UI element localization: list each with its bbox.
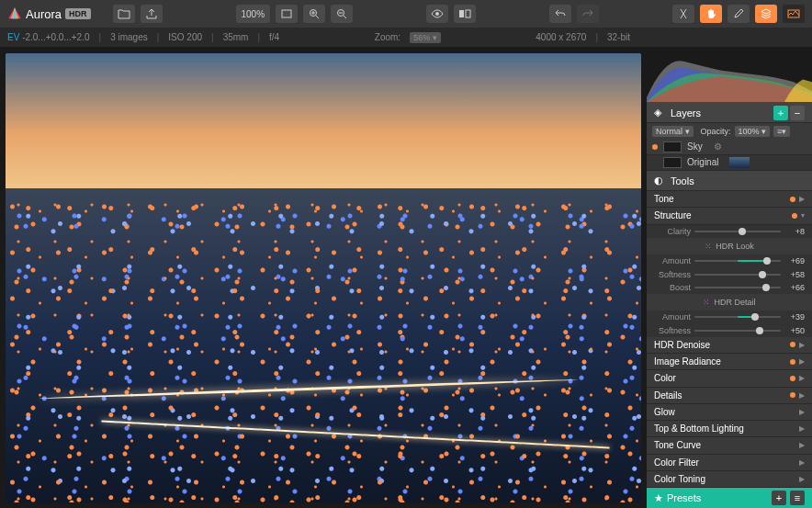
image-count: 3 images [110, 32, 148, 42]
svg-rect-8 [466, 10, 470, 17]
canvas-area[interactable] [0, 48, 647, 508]
layer-item-sky[interactable]: Sky ⚙ [647, 139, 812, 154]
layer-mask-thumb [663, 141, 682, 152]
zoom-label: Zoom: [375, 32, 400, 42]
tools-icon: ◐ [654, 175, 667, 186]
clarity-slider-row: Clarity +8 [647, 225, 812, 238]
color-section[interactable]: Color▶ [647, 370, 812, 387]
details-section[interactable]: Details▶ [647, 388, 812, 404]
focal-length: 35mm [223, 32, 249, 42]
open-file-button[interactable] [113, 5, 135, 23]
preview-button[interactable] [426, 5, 448, 23]
tone-section[interactable]: Tone▶ [647, 191, 812, 208]
hdr-look-boost-slider[interactable] [694, 287, 781, 288]
hdr-look-subheader: ⁙HDR Look [647, 238, 812, 254]
ev-value: -2.0...+0.0...+2.0 [22, 32, 89, 42]
add-preset-button[interactable]: + [772, 491, 786, 505]
svg-rect-7 [459, 10, 464, 17]
layer-item-original[interactable]: Original [647, 155, 812, 171]
crop-button[interactable] [672, 5, 694, 23]
layer-name: Original [687, 157, 718, 167]
hdr-detail-softness-slider[interactable] [694, 330, 781, 332]
redo-button[interactable] [577, 5, 599, 23]
app-logo: Aurora HDR [7, 6, 91, 21]
export-button[interactable] [141, 5, 163, 23]
layer-options-row: Normal ▾ Opacity: 100% ▾ ≡▾ [647, 123, 812, 139]
side-panel: ◈ Layers + − Normal ▾ Opacity: 100% ▾ ≡▾… [647, 48, 812, 508]
info-bar: EV -2.0...+0.0...+2.0 | 3 images | ISO 2… [0, 28, 812, 48]
tone-curve-section[interactable]: Tone Curve▶ [647, 437, 812, 454]
remove-layer-button[interactable]: − [790, 106, 805, 120]
opacity-select[interactable]: 100% ▾ [735, 126, 771, 137]
iso-value: ISO 200 [168, 32, 202, 42]
layer-settings-icon[interactable]: ⚙ [714, 141, 722, 152]
svg-point-6 [435, 12, 439, 16]
color-filter-section[interactable]: Color Filter▶ [647, 455, 812, 471]
opacity-label: Opacity: [701, 127, 731, 136]
hand-tool-button[interactable] [700, 5, 722, 23]
histogram-toggle-button[interactable] [783, 5, 805, 23]
layers-header: ◈ Layers + − [647, 103, 812, 123]
presets-bar[interactable]: ★ Presets + ≡ [647, 488, 812, 508]
top-toolbar: Aurora HDR 100% [0, 0, 812, 28]
zoom-100-button[interactable]: 100% [236, 5, 271, 23]
hdr-denoise-section[interactable]: HDR Denoise▶ [647, 337, 812, 354]
clarity-slider[interactable] [694, 231, 781, 232]
histogram[interactable] [647, 48, 812, 103]
app-name: Aurora [26, 7, 62, 21]
hdr-badge: HDR [65, 8, 91, 19]
layer-mask-thumb [663, 157, 682, 168]
aurora-logo-icon [7, 6, 22, 21]
image-radiance-section[interactable]: Image Radiance▶ [647, 354, 812, 370]
preset-menu-button[interactable]: ≡ [790, 491, 805, 505]
blend-mode-select[interactable]: Normal ▾ [652, 126, 694, 137]
add-layer-button[interactable]: + [773, 106, 788, 120]
bit-depth: 32-bit [607, 32, 630, 42]
layer-preview-thumb [729, 157, 750, 168]
hdr-look-softness-slider[interactable] [694, 274, 781, 276]
preview-image [6, 53, 641, 502]
zoom-in-button[interactable] [303, 5, 325, 23]
layers-toggle-button[interactable] [755, 5, 777, 23]
aperture: f/4 [269, 32, 279, 42]
structure-section[interactable]: Structure▾ [647, 208, 812, 224]
ev-label: EV [7, 32, 19, 42]
layer-visibility-icon[interactable] [652, 144, 658, 150]
star-icon: ★ [654, 492, 663, 504]
compare-button[interactable] [454, 5, 476, 23]
layer-menu-button[interactable]: ≡▾ [773, 126, 790, 137]
top-bottom-lighting-section[interactable]: Top & Bottom Lighting▶ [647, 421, 812, 437]
undo-button[interactable] [549, 5, 571, 23]
layers-icon: ◈ [654, 107, 667, 119]
dimensions: 4000 x 2670 [536, 32, 586, 42]
glow-section[interactable]: Glow▶ [647, 404, 812, 421]
layer-name: Sky [687, 141, 703, 152]
brush-tool-button[interactable] [727, 5, 750, 23]
zoom-select[interactable]: 56% ▾ [410, 32, 441, 43]
fit-screen-button[interactable] [276, 5, 298, 23]
hdr-detail-amount-slider[interactable] [694, 316, 781, 318]
hdr-detail-subheader: ⁙HDR Detail [647, 294, 812, 310]
tools-header: ◐ Tools [647, 171, 812, 191]
svg-rect-3 [282, 10, 291, 17]
color-toning-section[interactable]: Color Toning▶ [647, 471, 812, 488]
hdr-look-amount-slider[interactable] [694, 260, 781, 262]
zoom-out-button[interactable] [331, 5, 353, 23]
